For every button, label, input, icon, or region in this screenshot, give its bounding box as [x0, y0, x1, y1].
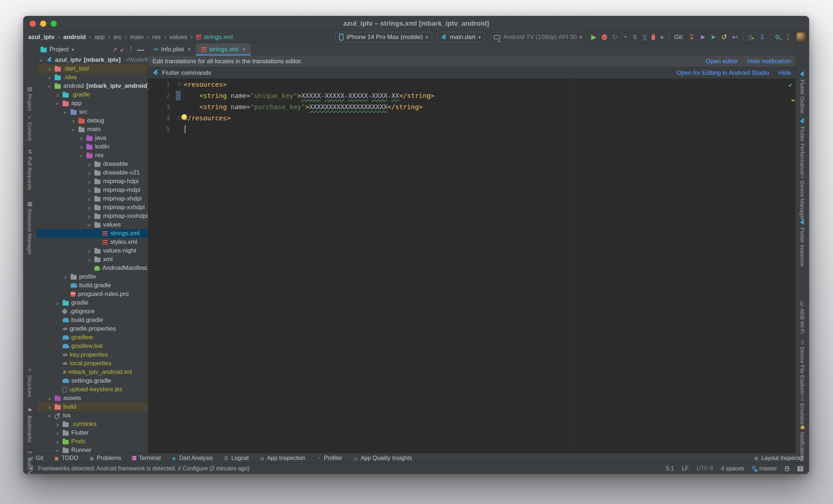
chevron-collapsed-icon[interactable]: › — [79, 143, 84, 150]
tree-row-.gitignore[interactable]: .gitignore — [37, 307, 148, 316]
breadcrumb-item[interactable]: main — [130, 34, 144, 41]
chevron-collapsed-icon[interactable]: › — [47, 404, 52, 410]
tool-window-button-app-quality-insights[interactable]: ◇App Quality Insights — [353, 455, 412, 461]
tree-row-src[interactable]: ›src — [37, 108, 148, 116]
rollback-icon[interactable]: ↩ — [732, 34, 738, 40]
tree-row-gradlew[interactable]: gradlew — [37, 333, 148, 342]
code-editor[interactable]: ✔ 1−<resources>2 <string name="unique_ke… — [148, 79, 795, 453]
tab-strings-xml[interactable]: strings.xml × — [196, 43, 251, 55]
tree-row-drawable-v21[interactable]: ›drawable-v21 — [37, 168, 148, 177]
chevron-collapsed-icon[interactable]: › — [55, 421, 60, 428]
hide-panel-icon[interactable]: — — [137, 46, 144, 54]
open-editor-link[interactable]: Open editor — [706, 58, 738, 65]
chevron-collapsed-icon[interactable]: › — [87, 187, 92, 194]
git-branch-widget[interactable]: master — [752, 465, 777, 472]
tree-row-runner[interactable]: ›Runner — [37, 446, 148, 453]
chevron-collapsed-icon[interactable]: › — [55, 91, 60, 98]
tree-row-androidmanifest.xml[interactable]: AndroidManifest.xml — [37, 264, 148, 272]
tool-strip-button-flutter-inspector[interactable]: Flutter Inspector — [796, 220, 809, 267]
git-commit-push-icon[interactable]: ➤ — [710, 34, 716, 40]
tool-strip-button-flutter-outline[interactable]: Flutter Outline — [796, 72, 809, 113]
chevron-down-icon[interactable]: ▾ — [72, 47, 74, 52]
tree-row-strings.xml[interactable]: strings.xml — [37, 229, 148, 238]
hide-notification-link[interactable]: Hide notification — [747, 58, 791, 65]
tree-row-android[interactable]: ›android [mbark_iptv_android] — [37, 82, 148, 90]
chevron-collapsed-icon[interactable]: › — [87, 178, 92, 185]
tree-row-drawable[interactable]: ›drawable — [37, 160, 148, 168]
chevron-collapsed-icon[interactable]: › — [47, 65, 52, 72]
tree-row-gradlew.bat[interactable]: gradlew.bat — [37, 342, 148, 350]
event-log-icon[interactable]: ! — [797, 466, 803, 471]
breadcrumb-item[interactable]: src — [113, 34, 121, 41]
close-icon[interactable]: × — [188, 46, 191, 53]
chevron-collapsed-icon[interactable]: › — [47, 395, 52, 402]
tree-row-local.properties[interactable]: </>local.properties — [37, 359, 148, 368]
avatar[interactable] — [796, 33, 806, 42]
fold-marker-icon[interactable]: − — [178, 116, 181, 120]
tree-row-.idea[interactable]: ›.idea — [37, 73, 148, 82]
git-push-icon[interactable]: ➤ — [700, 34, 705, 40]
tree-row-build.gradle[interactable]: build.gradle — [37, 316, 148, 324]
breadcrumb-file[interactable]: strings.xml — [196, 34, 233, 41]
tree-row-kotlin[interactable]: ›kotlin — [37, 142, 148, 151]
tool-strip-button-device-file-explorer[interactable]: ▯Device File Explorer — [796, 339, 809, 395]
tree-row-java[interactable]: ›java — [37, 134, 148, 142]
panel-options-icon[interactable]: ⋮ — [128, 46, 134, 53]
tree-row-values-night[interactable]: ›values-night — [37, 246, 148, 255]
tool-window-button-todo[interactable]: ▣TODO — [54, 455, 78, 461]
tool-strip-button-structure[interactable]: ⌗Structure — [23, 367, 37, 397]
status-message[interactable]: Frameworks detected: Android framework i… — [38, 465, 249, 472]
breadcrumb-item[interactable]: res — [152, 34, 161, 41]
tree-row-upload-keystore.jks[interactable]: upload-keystore.jks — [37, 385, 148, 394]
history-icon[interactable]: ↺ — [721, 34, 727, 40]
tool-strip-button-notifications[interactable]: ◉Notifications — [796, 424, 809, 462]
chevron-expanded-icon[interactable]: › — [62, 110, 69, 115]
tree-row-mipmap-xxxhdpi[interactable]: ›mipmap-xxxhdpi — [37, 212, 148, 220]
chevron-expanded-icon[interactable]: › — [46, 84, 53, 89]
tree-row-azul-iptv[interactable]: ›azul_iptv [mbark_iptv] ~/Work/IPT — [37, 56, 148, 64]
target-device-selector[interactable]: Android TV (1080p) API 30 ▾ — [490, 32, 586, 43]
tool-strip-button-device-manager[interactable]: ▯Device Manager — [796, 173, 809, 220]
tree-row-flutter[interactable]: ›Flutter — [37, 428, 148, 437]
chevron-expanded-icon[interactable]: › — [86, 223, 93, 228]
breadcrumb[interactable]: azul_iptv›android›app›src›main›res›value… — [28, 33, 233, 41]
chevron-expanded-icon[interactable]: › — [54, 101, 61, 106]
caret-position[interactable]: 5:1 — [666, 465, 674, 472]
tool-window-button-profiler[interactable]: ◔Profiler — [316, 455, 342, 461]
tree-row-gradle[interactable]: ›gradle — [37, 298, 148, 307]
chevron-expanded-icon[interactable]: › — [54, 448, 61, 453]
tree-row-profile[interactable]: ›profile — [37, 272, 148, 281]
breadcrumb-item[interactable]: values — [170, 34, 187, 41]
tool-strip-button-resource-manager[interactable]: ▦Resource Manager — [23, 201, 37, 255]
tree-row-.dart-tool[interactable]: ›.dart_tool — [37, 64, 148, 73]
tree-row-debug[interactable]: ›debug — [37, 116, 148, 125]
tree-row-.gradle[interactable]: ›.gradle — [37, 90, 148, 99]
tool-strip-button-emulator[interactable]: ▯Emulator — [796, 395, 809, 425]
tool-strip-button-flutter-performance[interactable]: Flutter Performance — [796, 119, 809, 175]
tree-row-res[interactable]: ›res — [37, 151, 148, 160]
hide-link[interactable]: Hide — [778, 69, 791, 77]
run-button[interactable]: ▶ — [591, 34, 597, 40]
chevron-collapsed-icon[interactable]: › — [87, 256, 92, 263]
tree-row-mipmap-xhdpi[interactable]: ›mipmap-xhdpi — [37, 194, 148, 203]
chevron-collapsed-icon[interactable]: › — [79, 135, 84, 142]
tree-row-.symlinks[interactable]: ›.symlinks — [37, 420, 148, 428]
tool-strip-button-build-variants[interactable]: ≔Build Variants — [23, 449, 37, 474]
chevron-collapsed-icon[interactable]: › — [71, 117, 76, 124]
git-update-icon[interactable]: ↧ — [689, 34, 695, 40]
debug-button[interactable] — [602, 34, 607, 40]
close-icon[interactable]: × — [242, 46, 245, 53]
chevron-collapsed-icon[interactable]: › — [55, 430, 60, 436]
chevron-collapsed-icon[interactable]: › — [87, 161, 92, 168]
tree-row-settings.gradle[interactable]: settings.gradle — [37, 376, 148, 385]
fold-marker-icon[interactable]: − — [178, 82, 181, 86]
collapse-all-icon[interactable]: ↙ — [120, 46, 125, 53]
tree-row-mipmap-mdpi[interactable]: ›mipmap-mdpi — [37, 186, 148, 194]
tree-row-main[interactable]: ›main — [37, 125, 148, 134]
project-panel-title[interactable]: Project — [50, 46, 69, 53]
tree-row-mipmap-xxhdpi[interactable]: ›mipmap-xxhdpi — [37, 203, 148, 212]
breadcrumb-item[interactable]: azul_iptv — [28, 34, 55, 41]
code-line[interactable]: 4−</resources> — [148, 112, 795, 124]
tool-window-button-dart-analysis[interactable]: ◈Dart Analysis — [171, 455, 213, 461]
chevron-collapsed-icon[interactable]: › — [63, 273, 68, 280]
